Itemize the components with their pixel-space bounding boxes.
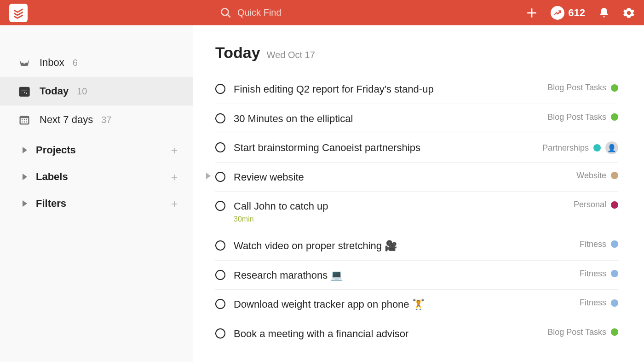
- search-icon: [220, 7, 232, 19]
- task-project-label[interactable]: Blog Post Tasks: [547, 83, 606, 93]
- sidebar-item-inbox[interactable]: Inbox 6: [0, 48, 193, 77]
- task-row[interactable]: Watch video on proper stretching 🎥Fitnes…: [215, 231, 618, 261]
- task-meta: Fitness: [580, 298, 618, 308]
- task-title: Call John to catch up: [234, 200, 565, 213]
- task-meta: Blog Post Tasks: [547, 83, 618, 93]
- task-row[interactable]: Research marathons 💻Fitness: [215, 261, 618, 290]
- task-project-label[interactable]: Blog Post Tasks: [547, 327, 606, 337]
- sidebar-item-count: 37: [101, 115, 111, 125]
- task-meta: Fitness: [580, 239, 618, 249]
- svg-point-10: [24, 119, 25, 120]
- add-project-icon[interactable]: ＋: [169, 143, 180, 158]
- task-title: Watch video on proper stretching 🎥: [234, 239, 571, 253]
- task-row[interactable]: Book a meeting with a financial advisorB…: [215, 319, 618, 349]
- svg-marker-15: [23, 147, 27, 153]
- svg-marker-18: [206, 173, 211, 179]
- add-task-icon[interactable]: [526, 7, 538, 19]
- task-project-label[interactable]: Blog Post Tasks: [547, 112, 606, 122]
- task-row[interactable]: 30 Minutes on the ellipticalBlog Post Ta…: [215, 104, 618, 134]
- task-meta: Personal: [574, 200, 618, 210]
- svg-point-0: [221, 8, 228, 15]
- project-color-dot: [611, 84, 618, 92]
- sidebar-item-label: Today: [40, 85, 69, 97]
- task-checkbox[interactable]: [215, 240, 225, 251]
- task-project-label[interactable]: Fitness: [580, 239, 606, 249]
- svg-line-1: [228, 14, 230, 17]
- karma-counter[interactable]: 612: [551, 6, 585, 20]
- task-row[interactable]: Download weight tracker app on phone 🏋️F…: [215, 290, 618, 319]
- task-project-label[interactable]: Partnerships: [542, 143, 589, 153]
- task-meta: Website: [576, 171, 618, 181]
- sidebar-item-count: 10: [77, 86, 87, 97]
- project-color-dot: [611, 240, 618, 248]
- project-color-dot: [611, 328, 618, 336]
- task-checkbox[interactable]: [215, 142, 225, 152]
- task-title: Start brainstorming Canoeist partnership…: [234, 141, 534, 155]
- karma-icon: [551, 6, 564, 20]
- task-row[interactable]: Review websiteWebsite: [215, 163, 618, 192]
- karma-count: 612: [568, 7, 585, 19]
- section-label: Projects: [36, 144, 76, 156]
- task-checkbox[interactable]: [215, 270, 225, 280]
- task-row[interactable]: Start brainstorming Canoeist partnership…: [215, 133, 618, 163]
- chevron-right-icon: [20, 200, 29, 207]
- project-color-dot: [611, 172, 618, 179]
- task-title: Research marathons 💻: [234, 269, 571, 282]
- project-color-dot: [593, 144, 601, 152]
- task-checkbox[interactable]: [215, 299, 225, 309]
- chevron-right-icon: [20, 174, 29, 180]
- today-icon: 17: [17, 85, 31, 98]
- task-meta: Blog Post Tasks: [547, 327, 618, 337]
- svg-point-9: [22, 119, 23, 120]
- svg-point-11: [26, 119, 27, 120]
- project-color-dot: [611, 113, 618, 121]
- sidebar-section-filters[interactable]: Filters ＋: [0, 190, 193, 217]
- task-checkbox[interactable]: [215, 201, 225, 211]
- task-meta: Fitness: [580, 269, 618, 279]
- notifications-icon[interactable]: [598, 7, 610, 19]
- task-title: Finish editing Q2 report for Friday's st…: [234, 83, 539, 96]
- task-title: 30 Minutes on the elliptical: [234, 112, 539, 126]
- task-checkbox[interactable]: [215, 113, 225, 123]
- assignee-avatar[interactable]: 👤: [605, 141, 618, 154]
- page-title: Today: [215, 44, 260, 62]
- chevron-right-icon: [20, 147, 29, 153]
- svg-marker-16: [23, 174, 27, 180]
- sidebar-section-projects[interactable]: Projects ＋: [0, 137, 193, 163]
- task-project-label[interactable]: Fitness: [580, 298, 606, 308]
- task-row[interactable]: Call John to catch up30minPersonal: [215, 192, 618, 231]
- svg-point-12: [22, 122, 23, 123]
- svg-marker-17: [23, 200, 27, 207]
- svg-text:17: 17: [22, 90, 27, 95]
- task-project-label[interactable]: Website: [576, 171, 606, 181]
- expand-subtasks-icon[interactable]: [204, 173, 213, 179]
- sidebar-section-labels[interactable]: Labels ＋: [0, 163, 193, 190]
- task-subtitle: 30min: [234, 215, 565, 223]
- topbar: Quick Find 612: [0, 0, 644, 25]
- task-title: Review website: [234, 171, 568, 184]
- task-checkbox[interactable]: [215, 172, 225, 182]
- app-logo[interactable]: [9, 4, 28, 22]
- task-checkbox[interactable]: [215, 84, 225, 94]
- sidebar-item-next7[interactable]: Next 7 days 37: [0, 105, 193, 134]
- sidebar-item-today[interactable]: 17 Today 10: [0, 77, 193, 105]
- task-row[interactable]: Finish editing Q2 report for Friday's st…: [215, 75, 618, 104]
- section-label: Labels: [36, 171, 68, 183]
- task-checkbox[interactable]: [215, 328, 225, 339]
- page-date: Wed Oct 17: [267, 50, 315, 60]
- svg-point-13: [24, 122, 25, 123]
- add-label-icon[interactable]: ＋: [169, 169, 180, 184]
- sidebar-item-label: Next 7 days: [40, 114, 93, 126]
- task-meta: Blog Post Tasks: [547, 112, 618, 122]
- task-project-label[interactable]: Personal: [574, 200, 606, 210]
- calendar-icon: [17, 113, 31, 126]
- search-placeholder: Quick Find: [237, 7, 282, 18]
- search-bar[interactable]: Quick Find: [220, 7, 526, 19]
- task-project-label[interactable]: Fitness: [580, 269, 606, 279]
- settings-icon[interactable]: [623, 7, 635, 19]
- add-filter-icon[interactable]: ＋: [169, 196, 180, 211]
- svg-point-14: [26, 122, 27, 123]
- task-meta: Partnerships👤: [542, 141, 618, 154]
- project-color-dot: [611, 201, 618, 209]
- project-color-dot: [611, 270, 618, 277]
